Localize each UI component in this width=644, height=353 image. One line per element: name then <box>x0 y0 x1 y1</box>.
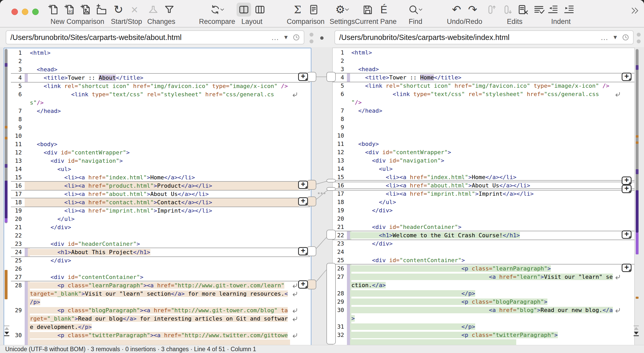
code-text[interactable]: <div id="headerContainer"> <box>30 240 140 248</box>
code-text[interactable]: <p class="learnParagraph"><a href="http:… <box>30 281 284 290</box>
code-line[interactable]: ction.</a> <box>333 281 634 289</box>
dropdown-arrow-icon[interactable]: ▼ <box>612 34 618 41</box>
code-text[interactable]: <head> <box>30 65 57 74</box>
undo-icon[interactable]: ↶ <box>449 3 464 17</box>
code-text[interactable]: </head> <box>30 107 61 115</box>
code-text[interactable]: <div id="contentContainer"> <box>30 273 143 281</box>
code-line[interactable]: 24 <h1>About This Project</h1> <box>4 248 311 256</box>
code-line[interactable]: 28 <p class="learnParagraph"><a href="ht… <box>4 281 311 290</box>
new-folder-comparison-icon[interactable] <box>94 3 109 17</box>
code-text[interactable]: <div id="navigation"> <box>30 157 123 165</box>
code-line[interactable]: rget="_blank">Read our blog</a> for inte… <box>4 315 311 323</box>
code-line[interactable]: 16 <li><a href="product.html">Product</a… <box>4 182 311 190</box>
code-line[interactable]: 3 <head> <box>4 65 311 74</box>
merge-change-button[interactable] <box>622 185 632 193</box>
next-difference-button[interactable] <box>4 332 10 336</box>
outdent-icon[interactable] <box>546 3 560 17</box>
encoding-icon[interactable]: É <box>377 3 391 17</box>
code-line[interactable]: 9 <box>333 123 634 132</box>
code-line[interactable]: 29 <p class="blogParagraph"> <box>333 298 634 306</box>
code-line[interactable]: 2 <box>333 57 634 65</box>
new-file-comparison-icon[interactable] <box>46 3 61 17</box>
code-line[interactable]: 29 <p class="blogParagraph"><a href="htt… <box>4 306 311 315</box>
code-line[interactable]: 25 </div> <box>4 256 311 265</box>
code-text[interactable]: rget="_blank">Read our blog</a> for inte… <box>30 315 288 323</box>
code-text[interactable]: <a href="learn">Visit our "learn" se <box>351 273 613 281</box>
code-line[interactable]: 10 <box>333 132 634 140</box>
discard-edits-icon[interactable] <box>515 3 530 17</box>
code-line[interactable]: 19 <li><a href="imprint.html">Imprint</a… <box>4 207 311 215</box>
code-line[interactable]: 5 <link rel="shortcut icon" href="img/fa… <box>4 82 311 90</box>
code-text[interactable]: <title>Tower :: About</title> <box>30 74 143 82</box>
minimize-window-button[interactable] <box>22 9 28 15</box>
code-text[interactable]: <title>Tower :: Home</title> <box>351 73 461 82</box>
code-text[interactable]: <h1>Welcome to the Git Crash Course!</h1… <box>351 231 520 240</box>
stop-icon[interactable]: × <box>127 3 142 17</box>
code-line[interactable]: 5 <link rel="shortcut icon" href="img/fa… <box>333 82 634 90</box>
code-text[interactable]: </div> <box>30 223 71 232</box>
code-line[interactable]: 26 <box>4 265 311 273</box>
code-text[interactable]: <li><a href="product.html">Product</a></… <box>30 182 212 190</box>
code-text[interactable]: target="_blank">Visit our "learn" sectio… <box>30 290 288 298</box>
merge-change-button[interactable] <box>622 230 632 239</box>
code-line[interactable]: 17 <li><a href="about.html">About Us</a>… <box>4 190 311 198</box>
code-line[interactable]: 13 <div id="navigation"> <box>4 157 311 165</box>
merge-change-button[interactable] <box>298 197 308 206</box>
close-window-button[interactable] <box>11 9 18 15</box>
next-difference-button[interactable] <box>633 332 639 336</box>
code-text[interactable]: <link type="text/css" rel="stylesheet" h… <box>30 90 274 99</box>
code-text[interactable]: </ul> <box>30 215 75 223</box>
code-text[interactable]: <a href="blog">Read our new blog.</a <box>351 306 613 314</box>
code-text[interactable]: <div id="navigation"> <box>351 157 444 165</box>
redo-icon[interactable]: ↷ <box>465 3 480 17</box>
code-line[interactable]: 8 <box>4 115 311 124</box>
code-text[interactable]: <link rel="shortcut icon" href="img/favi… <box>351 82 609 90</box>
code-text[interactable]: <body> <box>351 140 379 148</box>
code-line[interactable]: 6 <link type="text/css" rel="stylesheet"… <box>4 90 311 99</box>
code-line[interactable]: 19 </div> <box>333 206 634 215</box>
save-icon[interactable] <box>360 3 375 17</box>
ellipsis-icon[interactable]: … <box>600 33 609 42</box>
code-line[interactable]: 21 <div id="headerContainer"> <box>333 223 634 231</box>
code-text[interactable]: </p> <box>351 289 475 298</box>
code-line[interactable]: 14 <ul> <box>333 165 634 173</box>
two-pane-layout-icon[interactable] <box>237 3 251 17</box>
code-text[interactable]: </div> <box>351 206 393 215</box>
code-line[interactable]: 30 <a href="blog">Read our new blog.</a <box>333 306 634 314</box>
code-text[interactable]: > <box>351 314 355 323</box>
merge-change-button[interactable] <box>298 181 308 189</box>
next-change-icon[interactable] <box>162 3 177 17</box>
code-line[interactable]: 12 <div id="contentWrapper"> <box>333 148 634 157</box>
merge-change-button[interactable] <box>298 280 308 289</box>
dropdown-arrow-icon[interactable]: ▼ <box>283 34 289 41</box>
code-line[interactable]: 15 <li><a href="index.html">Home</a></li… <box>4 173 311 182</box>
code-text[interactable]: <li><a href="about.html">About Us</a></l… <box>30 190 209 198</box>
code-line[interactable]: target="_blank">Visit our "learn" sectio… <box>4 290 311 298</box>
code-line[interactable]: 27 <div id="contentContainer"> <box>4 273 311 281</box>
merge-change-button[interactable] <box>298 247 308 255</box>
code-text[interactable]: e development.</p> <box>30 323 92 331</box>
accept-edits-icon[interactable] <box>532 3 546 17</box>
code-text[interactable]: <li><a href="index.html">Home</a></li> <box>30 173 195 182</box>
gear-icon[interactable]: ⚙ <box>335 3 350 17</box>
code-line[interactable]: 18 <li><a href="contact.html">Contact</a… <box>4 198 311 207</box>
code-text[interactable]: <p class="blogParagraph"><a href="http:/… <box>30 306 288 315</box>
left-editor-pane[interactable]: 1<html>23 <head>4 <title>Tower :: About<… <box>4 48 311 346</box>
code-line[interactable]: 11 <body> <box>4 140 311 148</box>
right-file-path-field[interactable]: /Users/brunobrito/Sites/carparts-website… <box>334 30 634 44</box>
code-line[interactable]: 25 <div id="contentContainer"> <box>333 256 634 264</box>
code-line[interactable]: 26 <p class="learnParagraph"> <box>333 264 634 273</box>
pane-sync-dot[interactable] <box>320 36 324 40</box>
push-change-down-icon[interactable] <box>499 3 514 17</box>
code-line[interactable]: 23 <div id="headerContainer"> <box>4 240 311 248</box>
code-line[interactable]: 1<html> <box>4 49 311 57</box>
code-line[interactable]: 4 <title>Tower :: About</title> <box>4 74 311 82</box>
previous-change-icon[interactable] <box>146 3 160 17</box>
code-line[interactable]: 17 <li><a href="imprint.html">Imprint</a… <box>333 190 634 198</box>
zoom-window-button[interactable] <box>32 9 39 15</box>
new-text-comparison-icon[interactable]: 01 <box>62 3 77 17</box>
ellipsis-icon[interactable]: … <box>271 33 279 42</box>
history-clock-icon[interactable] <box>292 33 300 41</box>
right-editor-pane[interactable]: 1<html>23 <head>4 <title>Tower :: Home</… <box>332 48 635 345</box>
code-line[interactable]: 2 <box>4 57 311 65</box>
